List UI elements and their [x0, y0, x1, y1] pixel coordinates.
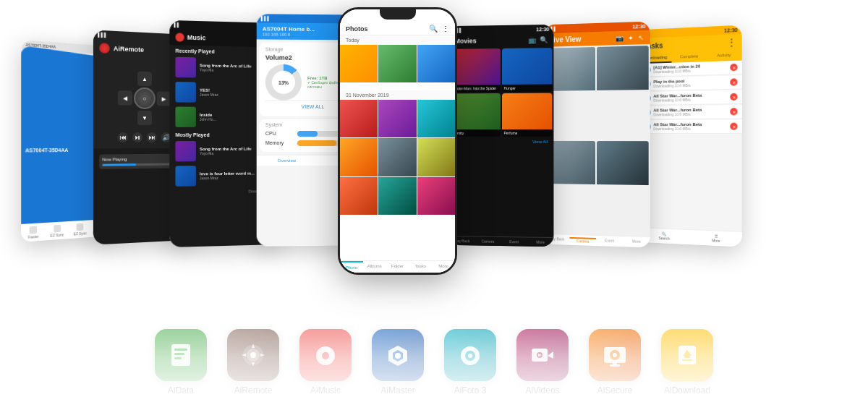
aivideos-btn-event[interactable]: Event	[501, 239, 527, 244]
dpad-left[interactable]: ◀	[118, 90, 132, 106]
aidownload-search-btn[interactable]: 🔍Search	[659, 231, 670, 241]
aimaster-overview-tab[interactable]: Overview	[278, 158, 296, 163]
svg-rect-19	[467, 347, 474, 351]
btn-play[interactable]: ⏯	[132, 132, 142, 142]
aimusic-title: Music	[187, 34, 206, 42]
aisecure-star-icon[interactable]: ✦	[628, 34, 634, 41]
music-artist-4: Yoyo Ma	[200, 151, 251, 155]
movie-card-4[interactable]: Perfume	[501, 93, 552, 137]
svg-rect-28	[610, 364, 620, 367]
movie-card-3[interactable]: Identity	[451, 93, 501, 137]
airemote-progress-fill	[102, 163, 136, 166]
app-icon-aisecure[interactable]	[589, 329, 641, 381]
bottom-faster[interactable]: Faster	[21, 226, 45, 240]
photo-1[interactable]	[340, 45, 378, 82]
photo-9[interactable]	[417, 138, 455, 176]
app-icon-aidownload[interactable]	[661, 329, 713, 381]
aidownload-more-btn[interactable]: ☰More	[712, 234, 720, 243]
music-artist-2: Jason Mraz	[200, 93, 218, 97]
music-thumb-2	[175, 82, 195, 103]
aifoto-tab-photo[interactable]: Photo	[340, 261, 363, 273]
aivideos-grid: Spider-Man: Into the Spider Hunger Ident…	[449, 46, 554, 138]
aivideos-btn-camera[interactable]: Camera	[475, 239, 501, 244]
task-speed-2: Downloading 10.6 MB/s	[653, 82, 727, 88]
aisecure-cursor-icon[interactable]: ↖	[638, 34, 644, 41]
task-item-5[interactable]: ⬇ All Star War...furon Beta Downloading …	[638, 119, 741, 134]
bottom-ezsync1[interactable]: EZ Sync	[46, 224, 69, 238]
movie-card-2[interactable]: Hunger	[501, 48, 552, 92]
task-cancel-2[interactable]: ✕	[730, 78, 737, 85]
movie-title-1: Spider-Man: Into the Spider	[451, 85, 501, 92]
airemote-title: AiRemote	[114, 45, 144, 54]
task-item-2[interactable]: ⬇ Play in the pool Downloading 10.6 MB/s…	[638, 75, 741, 91]
movie-card-1[interactable]: Spider-Man: Into the Spider	[451, 48, 501, 92]
aidownload-menu-icon[interactable]: ⋮	[727, 37, 736, 48]
aimaster-ip: 192.168.100.6	[263, 32, 315, 37]
app-icon-aimaster[interactable]	[372, 329, 424, 381]
aifoto-search-icon[interactable]: 🔍	[429, 25, 438, 33]
dpad-right[interactable]: ▶	[157, 91, 171, 106]
aivideos-view-all-label[interactable]: View All	[532, 140, 548, 144]
aifoto-tab-tasks[interactable]: Tasks	[409, 261, 432, 273]
aifoto-bottom-tabs: Photo Albums Folder Tasks More	[340, 260, 455, 273]
task-cancel-1[interactable]: ✕	[730, 64, 737, 71]
photo-6[interactable]	[417, 100, 455, 137]
photo-3[interactable]	[417, 45, 455, 82]
aivideos-cast-icon[interactable]: 📺	[528, 36, 536, 43]
aisecure-tab-camera[interactable]: Camera	[569, 237, 596, 244]
movie-thumb-4	[501, 93, 552, 129]
aidownload-tab-complete[interactable]: Complete	[672, 51, 707, 63]
aivideos-btn-more[interactable]: More	[527, 240, 554, 245]
aifoto-tab-albums[interactable]: Albums	[363, 261, 386, 273]
aifoto-grid-main	[340, 100, 455, 215]
movie-thumb-2	[501, 48, 552, 85]
aimusic-logo	[175, 33, 184, 41]
app-icon-aifoto[interactable]	[444, 329, 496, 381]
app-icon-aivideos[interactable]	[516, 329, 569, 381]
app-icon-aidata[interactable]	[155, 329, 207, 381]
aimaster-free-pct: 13%	[272, 71, 295, 94]
btn-prev[interactable]: ⏮	[118, 132, 128, 142]
app-icon-aimusic[interactable]	[299, 329, 352, 381]
task-cancel-4[interactable]: ✕	[730, 108, 737, 115]
task-cancel-5[interactable]: ✕	[730, 123, 737, 130]
aivideos-time: 12:30	[536, 26, 549, 31]
task-cancel-3[interactable]: ✕	[730, 93, 737, 101]
photo-11[interactable]	[378, 177, 416, 215]
photo-5[interactable]	[378, 100, 416, 137]
music-thumb-5	[175, 166, 195, 187]
aifoto-tab-more[interactable]: More	[432, 261, 455, 273]
task-item-4[interactable]: ⬇ All Star War...furon Beta Downloading …	[638, 105, 741, 119]
task-item-3[interactable]: ⬇ All Star War...furon Beta Downloading …	[638, 90, 741, 106]
dpad-up[interactable]: ▲	[137, 72, 152, 87]
app-icon-airemote[interactable]	[227, 329, 279, 381]
btn-next[interactable]: ⏭	[147, 132, 157, 142]
aifoto-tab-folder[interactable]: Folder	[386, 261, 409, 273]
dpad-down[interactable]: ▼	[137, 111, 152, 125]
phone-aisecure: ▌▌▌ 12:30 Live View 📷 ✦ ↖	[544, 22, 650, 248]
aimaster-mem-label: Memory	[265, 140, 293, 145]
bottom-ezsync2[interactable]: EZ Sync	[69, 223, 91, 236]
aimaster-cpu-fill	[297, 130, 318, 136]
app-label-aimusic: AiMusic	[310, 385, 341, 396]
photo-12[interactable]	[417, 177, 455, 215]
photo-2[interactable]	[378, 45, 416, 82]
camera-feed-4[interactable]	[597, 141, 649, 235]
aisecure-tab-more[interactable]: More	[623, 239, 650, 245]
app-label-airemote: AiRemote	[234, 385, 273, 396]
photo-4[interactable]	[340, 100, 378, 137]
photo-8[interactable]	[378, 138, 416, 176]
aisecure-cam-icon[interactable]: 📷	[616, 34, 624, 41]
dpad-center[interactable]: ○	[134, 87, 156, 110]
camera-feed-2[interactable]	[597, 46, 649, 140]
photo-10[interactable]	[340, 177, 378, 215]
aivideos-search-icon[interactable]: 🔍	[540, 36, 548, 43]
aifoto-menu-icon[interactable]: ⋮	[442, 25, 449, 33]
aisecure-tab-event[interactable]: Event	[596, 238, 623, 244]
svg-marker-21	[548, 351, 553, 359]
aidownload-tab-activity[interactable]: Activity	[707, 50, 742, 61]
photo-7[interactable]	[340, 138, 378, 176]
aivideos-view-all: View All	[449, 138, 554, 145]
app-label-aimaster: AiMaster	[380, 385, 414, 396]
app-item-aimaster: AiMaster	[372, 329, 424, 396]
